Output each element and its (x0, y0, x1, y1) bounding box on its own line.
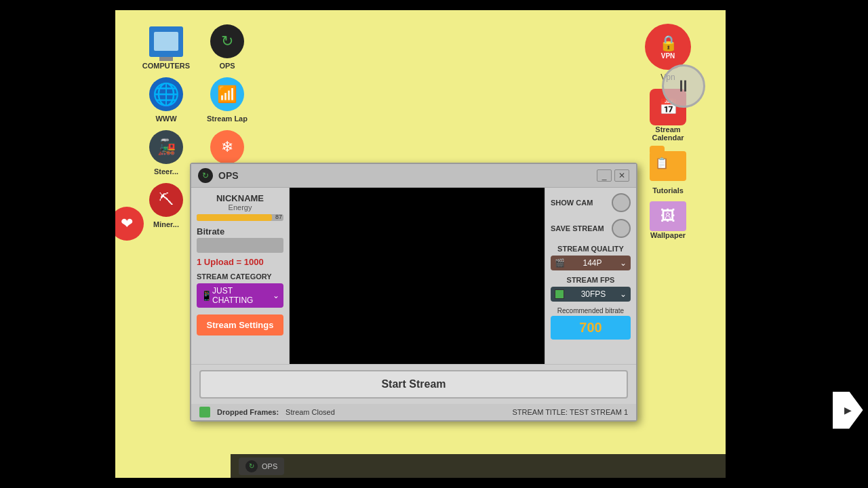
recommended-bitrate-label: Recommended bitrate (551, 307, 631, 314)
energy-bar: 87 (197, 214, 283, 221)
streamlap-icon: 📶 (210, 77, 245, 112)
ops-label: OPS (219, 62, 235, 70)
chevron-down-icon: ⌄ (273, 291, 279, 300)
save-stream-toggle[interactable] (612, 219, 631, 238)
stream-category-label: STREAM CATEGORY (197, 272, 283, 281)
computers-label: COMPUTERS (142, 62, 190, 70)
wallpaper-label: Wallpaper (650, 231, 686, 239)
right-desktop-icons: 🔒VPN Vpn 📅 Stream Calendar 📋 Tutorials 🖼… (644, 24, 692, 239)
wallpaper-icon-item[interactable]: 🖼 Wallpaper (644, 201, 692, 239)
ops-title-icon: ↻ (198, 168, 213, 183)
show-cam-toggle[interactable] (612, 193, 631, 212)
stream-calendar-label: Stream Calendar (644, 125, 692, 142)
stream-settings-button[interactable]: Stream Settings (197, 314, 283, 336)
save-stream-row: SAVE STREAM (551, 219, 631, 238)
main-screen: COMPUTERS ↻ OPS WWW 📶 Stream Lap (115, 10, 726, 478)
steam-icon-item[interactable]: 🚂 Steer... (142, 129, 190, 176)
minimize-button[interactable]: _ (597, 169, 612, 182)
www-icon (149, 77, 184, 112)
streamlap-label: Stream Lap (207, 115, 248, 123)
energy-label: Energy (197, 203, 283, 211)
category-icon: 📱 (201, 290, 212, 301)
nickname-label: NICKNAME (197, 193, 283, 203)
dropped-frames-value: Stream Closed (285, 408, 335, 416)
ops-left-panel: NICKNAME Energy 87 Bitrate 1 Upload = 10… (191, 188, 290, 364)
stream-fps-label: STREAM FPS (551, 276, 631, 284)
energy-bar-fill (197, 214, 272, 221)
taskbar: ↻ OPS 🔊 12:23 (231, 454, 726, 478)
fps-checkbox (555, 289, 564, 299)
chevron-fps-icon: ⌄ (620, 289, 627, 299)
computers-icon-item[interactable]: COMPUTERS (142, 24, 190, 70)
stream-title-label: STREAM TITLE: (512, 408, 568, 416)
vpn-button[interactable]: 🔒VPN (645, 24, 691, 70)
pause-button[interactable]: ⏸ (662, 64, 705, 108)
miner-icon: ⛏ (149, 182, 184, 218)
show-cam-label: SHOW CAM (551, 199, 593, 207)
steam-label: Steer... (154, 167, 178, 176)
taskbar-ops-label: OPS (262, 462, 277, 470)
tutorials-icon-item[interactable]: 📋 Tutorials (644, 148, 692, 195)
taskbar-ops-item[interactable]: ↻ OPS (239, 458, 284, 475)
dropped-frames-label: Dropped Frames: (217, 408, 279, 416)
avest-icon: ❄ (210, 129, 245, 165)
streamlap-icon-item[interactable]: 📶 Stream Lap (203, 77, 251, 123)
miner-label: Miner... (153, 220, 179, 228)
icon-row-2: WWW 📶 Stream Lap (142, 77, 251, 123)
stream-fps-dropdown[interactable]: 30FPS ⌄ (551, 287, 631, 302)
quality-value: 144P (583, 258, 601, 268)
category-value: JUST CHATTING (212, 286, 273, 305)
wallpaper-icon: 🖼 (650, 201, 686, 231)
energy-pct: 87 (275, 214, 282, 220)
tutorials-label: Tutorials (652, 186, 684, 195)
icon-row-1: COMPUTERS ↻ OPS (142, 24, 251, 70)
window-buttons: _ ✕ (597, 169, 629, 182)
ops-bottom-bar: Start Stream (191, 364, 636, 404)
stream-title-value: TEST STREAM 1 (570, 408, 628, 416)
steam-icon: 🚂 (149, 129, 184, 165)
heartrate-icon-item[interactable]: ❤ (115, 207, 144, 241)
status-dot (199, 407, 210, 418)
bitrate-bar (197, 238, 283, 253)
upload-label: 1 Upload = 1000 (197, 257, 283, 267)
ops-body: NICKNAME Energy 87 Bitrate 1 Upload = 10… (191, 188, 636, 364)
nickname-section: NICKNAME Energy 87 (197, 193, 283, 221)
computers-icon (149, 24, 184, 59)
ops-icon-item[interactable]: ↻ OPS (203, 24, 251, 70)
ops-titlebar: ↻ OPS _ ✕ (191, 164, 636, 188)
ops-icon: ↻ (210, 24, 245, 59)
www-icon-item[interactable]: WWW (142, 77, 190, 123)
tutorials-folder-icon: 📋 (650, 148, 686, 184)
close-button[interactable]: ✕ (614, 169, 629, 182)
fps-value: 30FPS (581, 289, 606, 299)
ops-window: ↻ OPS _ ✕ NICKNAME Energy 87 Bitrate (190, 163, 637, 422)
stream-title-area: STREAM TITLE: TEST STREAM 1 (512, 408, 628, 416)
ops-right-panel: SHOW CAM SAVE STREAM STREAM QUALITY 🎬 14… (545, 188, 636, 364)
stream-quality-dropdown[interactable]: 🎬 144P ⌄ (551, 256, 631, 270)
start-stream-button[interactable]: Start Stream (199, 370, 628, 399)
show-cam-row: SHOW CAM (551, 193, 631, 212)
status-bar: Dropped Frames: Stream Closed STREAM TIT… (191, 404, 636, 420)
taskbar-ops-icon: ↻ (245, 460, 258, 472)
bitrate-label: Bitrate (197, 226, 283, 237)
save-stream-label: SAVE STREAM (551, 224, 604, 232)
stream-category-dropdown[interactable]: 📱 JUST CHATTING ⌄ (197, 283, 283, 308)
www-label: WWW (155, 115, 176, 123)
miner-icon-item[interactable]: ⛏ Miner... (142, 182, 190, 228)
stream-quality-label: STREAM QUALITY (551, 245, 631, 253)
stream-preview (290, 188, 545, 364)
chevron-quality-icon: ⌄ (620, 258, 627, 268)
quality-icon: 🎬 (555, 258, 565, 268)
recommended-bitrate-value: 700 (551, 316, 631, 340)
right-edge-arrow[interactable]: ▶ (831, 386, 865, 434)
ops-title-text: OPS (218, 170, 591, 181)
